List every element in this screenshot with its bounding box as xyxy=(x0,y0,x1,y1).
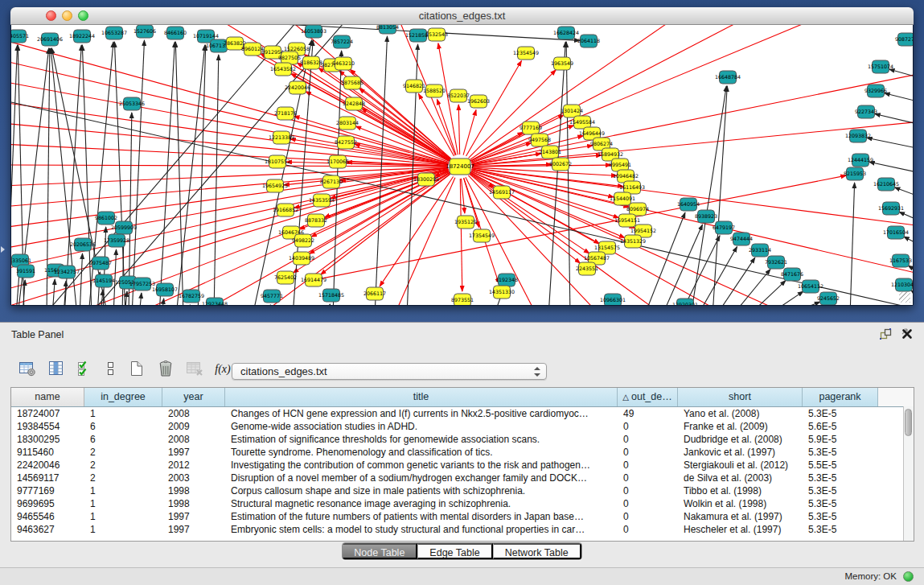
table-cell[interactable]: 5.3E-5 xyxy=(803,407,878,420)
table-cell[interactable]: 2009 xyxy=(162,420,225,433)
collapsed-panel-arrow-icon[interactable] xyxy=(1,246,5,253)
table-cell[interactable]: 1 xyxy=(84,484,162,497)
table-cell[interactable]: Yano et al. (2008) xyxy=(678,407,803,420)
table-cell[interactable]: 5.3E-5 xyxy=(803,510,878,523)
table-cell[interactable]: Genome-wide association studies in ADHD. xyxy=(225,420,618,433)
table-cell[interactable]: 0 xyxy=(618,472,678,484)
table-cell[interactable]: 6 xyxy=(84,420,162,433)
table-cell[interactable]: Tibbo et al. (1998) xyxy=(678,484,803,497)
network-canvas[interactable]: 9405571206914061892224410653287152760684… xyxy=(11,25,913,305)
minimize-window-button[interactable] xyxy=(62,10,72,21)
select-all-button[interactable] xyxy=(74,359,97,380)
close-panel-button[interactable] xyxy=(900,328,914,341)
table-cell[interactable]: 1997 xyxy=(162,510,225,523)
table-cell[interactable]: 5.3E-5 xyxy=(803,523,878,536)
table-cell[interactable]: 2 xyxy=(84,459,162,472)
table-cell[interactable]: Estimation of significance thresholds fo… xyxy=(225,433,618,446)
table-cell[interactable]: 5.9E-5 xyxy=(803,433,878,446)
table-row[interactable]: 969969511998Structural magnetic resonanc… xyxy=(11,497,914,510)
table-cell[interactable]: 9465546 xyxy=(11,510,84,523)
table-cell[interactable]: 0 xyxy=(618,523,678,536)
table-cell[interactable]: Wolkin et al. (1998) xyxy=(678,497,803,510)
zoom-window-button[interactable] xyxy=(78,10,88,21)
table-cell[interactable]: 0 xyxy=(618,446,678,459)
table-vertical-scrollbar[interactable] xyxy=(903,406,914,541)
table-cell[interactable]: Stergiakouli et al. (2012) xyxy=(678,459,803,472)
table-cell[interactable]: 2008 xyxy=(162,433,225,446)
table-cell[interactable]: 1998 xyxy=(162,484,225,497)
table-cell[interactable]: 1 xyxy=(84,497,162,510)
new-table-button[interactable] xyxy=(125,359,148,380)
table-row[interactable]: 946362711997Embryonic stem cells: a mode… xyxy=(11,523,914,536)
tab-node-table[interactable]: Node Table xyxy=(343,543,417,559)
table-cell[interactable]: Investigating the contribution of common… xyxy=(225,459,618,472)
table-cell[interactable]: 22420046 xyxy=(11,459,84,472)
table-row[interactable]: 911546021997Tourette syndrome. Phenomeno… xyxy=(11,446,914,459)
table-cell[interactable]: 1997 xyxy=(162,523,225,536)
table-cell[interactable]: 1 xyxy=(84,510,162,523)
table-cell[interactable]: Dudbridge et al. (2008) xyxy=(678,433,803,446)
table-cell[interactable]: 0 xyxy=(618,484,678,497)
table-cell[interactable]: Franke et al. (2009) xyxy=(678,420,803,433)
table-cell[interactable]: 0 xyxy=(618,459,678,472)
table-cell[interactable]: 18724007 xyxy=(11,407,84,420)
table-cell[interactable]: 5.3E-5 xyxy=(803,472,878,484)
table-cell[interactable]: Estimation of the future numbers of pati… xyxy=(225,510,618,523)
table-cell[interactable]: Hescheler et al. (1997) xyxy=(678,523,803,536)
table-cell[interactable]: Nakamura et al. (1997) xyxy=(678,510,803,523)
memory-status-indicator[interactable] xyxy=(903,571,914,582)
table-cell[interactable]: 2012 xyxy=(162,459,225,472)
table-cell[interactable]: Embryonic stem cells: a model to study s… xyxy=(225,523,618,536)
scrollbar-thumb[interactable] xyxy=(905,409,912,436)
table-cell[interactable]: 1 xyxy=(84,523,162,536)
table-cell[interactable]: Corpus callosum shape and size in male p… xyxy=(225,484,618,497)
column-header-year[interactable]: year xyxy=(162,388,225,406)
table-row[interactable]: 1830029562008Estimation of significance … xyxy=(11,433,914,446)
table-row[interactable]: 1456911722003Disruption of a novel membe… xyxy=(11,472,914,484)
column-header-short[interactable]: short xyxy=(678,388,803,406)
table-cell[interactable]: 1 xyxy=(84,407,162,420)
table-cell[interactable]: Jankovic et al. (1997) xyxy=(678,446,803,459)
table-cell[interactable]: 9777169 xyxy=(11,484,84,497)
table-cell[interactable]: 0 xyxy=(618,420,678,433)
table-row[interactable]: 2242004622012Investigating the contribut… xyxy=(11,459,914,472)
table-cell[interactable]: 14569117 xyxy=(11,472,84,484)
table-cell[interactable]: 5.3E-5 xyxy=(803,484,878,497)
table-cell[interactable]: 49 xyxy=(618,407,678,420)
table-cell[interactable]: 5.3E-5 xyxy=(803,446,878,459)
table-cell[interactable]: Changes of HCN gene expression and I(f) … xyxy=(225,407,618,420)
table-cell[interactable]: 2003 xyxy=(162,472,225,484)
table-row[interactable]: 1938455462009Genome-wide association stu… xyxy=(11,420,914,433)
float-panel-button[interactable] xyxy=(879,328,893,341)
column-header-name[interactable]: name xyxy=(11,388,84,406)
destroy-table-button-disabled[interactable] xyxy=(183,359,206,380)
column-header-title[interactable]: title xyxy=(225,388,618,406)
window-titlebar[interactable]: citations_edges.txt xyxy=(10,7,914,25)
table-row[interactable]: 946554611997Estimation of the future num… xyxy=(11,510,914,523)
table-cell[interactable]: 6 xyxy=(84,433,162,446)
clear-selection-button[interactable] xyxy=(100,359,122,380)
table-cell[interactable]: de Silva et al. (2003) xyxy=(678,472,803,484)
table-cell[interactable]: 0 xyxy=(618,510,678,523)
table-cell[interactable]: Disruption of a novel member of a sodium… xyxy=(225,472,618,484)
table-cell[interactable]: 2 xyxy=(84,472,162,484)
table-cell[interactable]: 5.3E-5 xyxy=(803,497,878,510)
table-cell[interactable]: 5.5E-5 xyxy=(803,459,878,472)
table-cell[interactable]: Tourette syndrome. Phenomenology and cla… xyxy=(225,446,618,459)
citation-network-graph[interactable]: 9405571206914061892224410653287152760684… xyxy=(11,25,913,305)
table-cell[interactable]: 9115460 xyxy=(11,446,84,459)
show-columns-button[interactable] xyxy=(45,359,68,380)
table-cell[interactable]: 19384554 xyxy=(11,420,84,433)
table-cell[interactable]: 1998 xyxy=(162,497,225,510)
table-cell[interactable]: Structural magnetic resonance image aver… xyxy=(225,497,618,510)
close-window-button[interactable] xyxy=(46,10,56,21)
column-header-in_degree[interactable]: in_degree xyxy=(84,388,162,406)
tab-network-table[interactable]: Network Table xyxy=(493,543,581,559)
table-cell[interactable]: 1997 xyxy=(162,446,225,459)
table-cell[interactable]: 9699695 xyxy=(11,497,84,510)
table-cell[interactable]: 2 xyxy=(84,446,162,459)
column-header-pagerank[interactable]: pagerank xyxy=(803,388,878,406)
table-options-button[interactable] xyxy=(16,359,39,380)
table-selector-dropdown[interactable]: citations_edges.txt xyxy=(232,363,547,380)
tab-edge-table[interactable]: Edge Table xyxy=(417,543,492,559)
